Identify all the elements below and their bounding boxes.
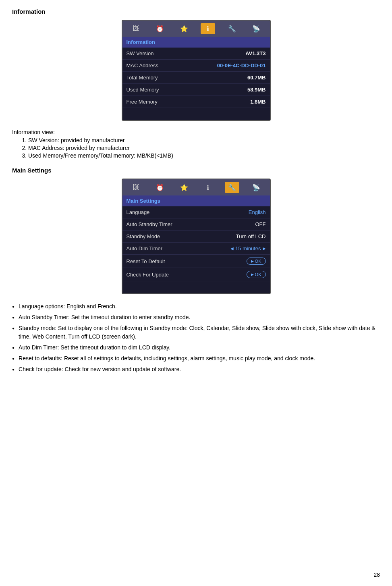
tab-icon-star[interactable]: ⭐ bbox=[177, 23, 191, 34]
arrow-left-icon: ◀ bbox=[230, 246, 234, 251]
info-tab-bar: 🖼 ⏰ ⭐ ℹ 🔧 📡 bbox=[122, 21, 270, 37]
main-settings-title: Main Settings bbox=[12, 167, 380, 174]
mac-address-label: MAC Address bbox=[127, 62, 158, 69]
auto-standby-label: Auto Standby Timer bbox=[127, 221, 172, 227]
screen-blank-bottom bbox=[122, 108, 270, 120]
list-item-mac: MAC Address: provided by manufacturer bbox=[28, 145, 380, 151]
reset-default-ok-button[interactable]: OK bbox=[247, 258, 266, 265]
page-title: Information bbox=[12, 8, 380, 15]
bullet-item-standby-mode: Standby mode: Set to display one of the … bbox=[12, 324, 380, 341]
mac-address-row: MAC Address 00-0E-4C-DD-DD-01 bbox=[122, 60, 270, 72]
mac-address-value: 00-0E-4C-DD-DD-01 bbox=[217, 62, 266, 69]
auto-dim-label: Auto Dim Timer bbox=[127, 245, 163, 251]
used-memory-value: 58.9MB bbox=[247, 87, 266, 93]
settings-tab-icon-info[interactable]: ℹ bbox=[201, 182, 215, 193]
auto-standby-row: Auto Standby Timer OFF bbox=[122, 218, 270, 231]
sw-version-value: AV1.3T3 bbox=[245, 50, 265, 56]
arrow-right-icon: ▶ bbox=[263, 246, 266, 251]
sw-version-row: SW Version AV1.3T3 bbox=[122, 48, 270, 60]
language-label: Language bbox=[127, 209, 150, 215]
standby-mode-row: Standby Mode Turn off LCD bbox=[122, 231, 270, 243]
free-memory-row: Free Memory 1.8MB bbox=[122, 96, 270, 108]
total-memory-label: Total Memory bbox=[127, 75, 158, 81]
auto-standby-value: OFF bbox=[255, 221, 266, 227]
list-item-memory: Used Memory/Free memory/Total memory: MB… bbox=[28, 152, 380, 159]
page-number: 28 bbox=[373, 571, 380, 578]
tab-icon-photo[interactable]: 🖼 bbox=[129, 23, 143, 34]
free-memory-value: 1.8MB bbox=[250, 99, 265, 105]
info-view-label: Information view: bbox=[12, 129, 380, 135]
total-memory-row: Total Memory 60.7MB bbox=[122, 72, 270, 84]
sw-version-label: SW Version bbox=[127, 50, 154, 56]
standby-mode-label: Standby Mode bbox=[127, 233, 160, 239]
reset-default-row: Reset To Default OK bbox=[122, 255, 270, 268]
settings-device-screen: 🖼 ⏰ ⭐ ℹ 🔧 📡 Main Settings Language Engli… bbox=[122, 179, 271, 294]
used-memory-label: Used Memory bbox=[127, 87, 159, 93]
total-memory-value: 60.7MB bbox=[247, 75, 266, 81]
tab-icon-clock[interactable]: ⏰ bbox=[153, 23, 167, 34]
bullet-item-check-update: Check for update: Check for new version … bbox=[12, 365, 380, 374]
settings-screen-blank-bottom bbox=[122, 281, 270, 293]
settings-tab-bar: 🖼 ⏰ ⭐ ℹ 🔧 📡 bbox=[122, 179, 270, 195]
reset-default-label: Reset To Default bbox=[127, 258, 165, 264]
auto-dim-row: Auto Dim Timer ◀ 15 minutes ▶ bbox=[122, 243, 270, 255]
settings-tab-icon-settings[interactable]: 🔧 bbox=[225, 182, 239, 193]
tab-icon-rss[interactable]: 📡 bbox=[249, 23, 263, 34]
settings-tab-icon-star[interactable]: ⭐ bbox=[177, 182, 191, 193]
check-update-label: Check For Update bbox=[127, 272, 169, 278]
auto-dim-value-container: ◀ 15 minutes ▶ bbox=[230, 245, 266, 251]
list-item-sw: SW Version: provided by manufacturer bbox=[28, 137, 380, 143]
language-row: Language English bbox=[122, 206, 270, 218]
info-view-section: Information view: SW Version: provided b… bbox=[12, 129, 380, 159]
info-screen-content: Information SW Version AV1.3T3 MAC Addre… bbox=[122, 37, 270, 120]
bullet-item-auto-standby: Auto Standby Timer: Set the timeout dura… bbox=[12, 313, 380, 322]
standby-mode-value: Turn off LCD bbox=[236, 233, 266, 239]
language-value: English bbox=[249, 209, 266, 215]
auto-dim-value: 15 minutes bbox=[235, 245, 261, 251]
check-update-ok-button[interactable]: OK bbox=[247, 271, 266, 278]
info-device-screen: 🖼 ⏰ ⭐ ℹ 🔧 📡 Information SW Version AV1.3… bbox=[122, 20, 271, 121]
bullet-item-reset: Reset to defaults: Reset all of settings… bbox=[12, 354, 380, 363]
settings-screen-content: Main Settings Language English Auto Stan… bbox=[122, 195, 270, 293]
settings-tab-icon-rss[interactable]: 📡 bbox=[249, 182, 263, 193]
bullet-list: Language options: English and French. Au… bbox=[12, 302, 380, 374]
info-view-list: SW Version: provided by manufacturer MAC… bbox=[28, 137, 380, 159]
info-screen-header: Information bbox=[122, 37, 270, 48]
tab-icon-settings[interactable]: 🔧 bbox=[225, 23, 239, 34]
settings-screen-header: Main Settings bbox=[122, 195, 270, 206]
settings-tab-icon-photo[interactable]: 🖼 bbox=[129, 182, 143, 193]
free-memory-label: Free Memory bbox=[127, 99, 158, 105]
settings-tab-icon-clock[interactable]: ⏰ bbox=[153, 182, 167, 193]
bullet-item-language: Language options: English and French. bbox=[12, 302, 380, 311]
bullet-item-auto-dim: Auto Dim Timer: Set the timeout duration… bbox=[12, 343, 380, 352]
check-update-row: Check For Update OK bbox=[122, 268, 270, 281]
tab-icon-info[interactable]: ℹ bbox=[201, 23, 215, 34]
used-memory-row: Used Memory 58.9MB bbox=[122, 84, 270, 96]
